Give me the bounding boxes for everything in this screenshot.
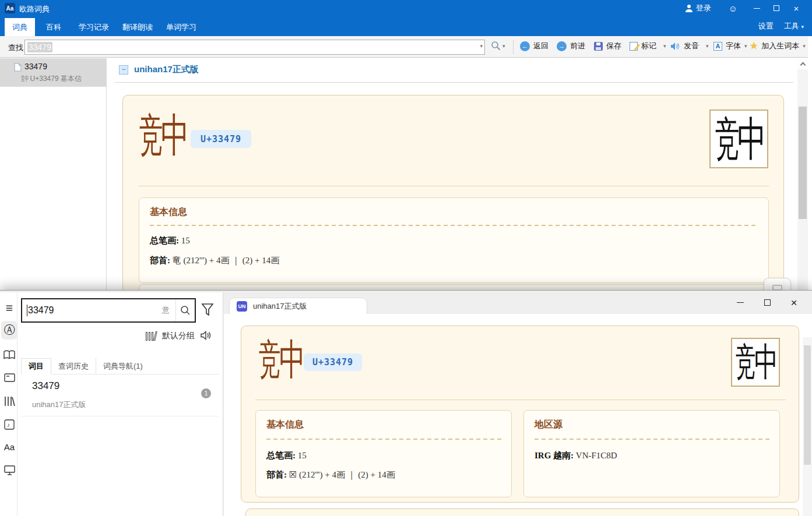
svg-text:♪: ♪ (7, 422, 10, 428)
tab-study-record[interactable]: 学习记录 (71, 18, 117, 36)
tab-lookup-history[interactable]: 查词历史 (51, 358, 96, 374)
group-label[interactable]: 默认分组 (162, 331, 195, 341)
login-button[interactable]: 登录 (677, 0, 719, 16)
search-mode-caret-icon[interactable]: ▾ (502, 43, 505, 49)
codepoint-badge: U+33479 (191, 130, 251, 148)
radical-label: 部首: (266, 470, 287, 479)
font-button[interactable]: A 字体 ▾ (713, 41, 747, 51)
menu-hamburger-icon[interactable]: ≡ (2, 301, 17, 316)
tools-menu[interactable]: 工具 ▾ (784, 21, 804, 31)
total-strokes-value: 15 (298, 451, 307, 460)
save-button[interactable]: 保存 (594, 41, 621, 51)
mini-minimize-button[interactable] (727, 293, 754, 312)
mark-icon (630, 42, 638, 51)
maximize-icon (774, 5, 779, 11)
total-strokes-row: 总笔画: 15 (150, 235, 190, 246)
mini-tab-label: unihan17正式版 (253, 301, 307, 312)
dictionary-language-badge[interactable]: 意 (162, 305, 170, 316)
tab-translate-read[interactable]: 翻译朗读 (115, 18, 160, 36)
mark-label: 标记 (641, 41, 656, 51)
result-count-badge: 1 (201, 388, 211, 398)
add-wordbook-button[interactable]: ★ 加入生词本 ▾ (750, 41, 806, 51)
bookshelf-icon[interactable] (2, 394, 17, 409)
close-icon: × (794, 4, 799, 13)
maximize-button[interactable] (767, 0, 786, 16)
filter-funnel-icon[interactable] (201, 303, 214, 317)
close-icon: × (790, 297, 797, 308)
mini-dictionary-tab[interactable]: UN unihan17正式版 (229, 298, 367, 314)
sidebar-result-item[interactable]: 33479 竞中 U+33479 基本信 (0, 58, 107, 87)
screen-capture-icon[interactable] (2, 462, 17, 478)
mini-content: 竞中 U+33479 竞中 基本信息 总笔画: 15 部首: ☒ (212'''… (224, 314, 812, 516)
card-divider (255, 400, 786, 400)
media-library-icon[interactable]: ♪ (2, 417, 17, 432)
tab-word-learning[interactable]: 单词学习 (159, 18, 204, 36)
tab-encyclopedia[interactable]: 百科 (38, 18, 69, 36)
mini-result-title: 33479 (32, 380, 59, 392)
font-caret-icon[interactable]: ▾ (744, 43, 747, 49)
app-logo-icon: Aa (5, 3, 15, 13)
chevron-up-icon (800, 62, 806, 68)
radical-value: ☒ (212''') + 4画 ｜ (2) + 14画 (289, 470, 395, 479)
tab-dictionary-nav[interactable]: 词典导航(1) (96, 358, 150, 374)
next-entry-card-edge (245, 508, 799, 516)
minimize-button[interactable] (747, 0, 767, 16)
document-icon (14, 63, 22, 72)
mini-scrollbar[interactable] (803, 337, 812, 516)
titlebar: Aa 欧路词典 登录 ☺ × (0, 0, 812, 16)
search-input-value: 33479 (27, 42, 52, 52)
pronounce-caret-icon[interactable]: ▾ (706, 43, 709, 49)
pronounce-button[interactable]: 发音 ▾ (670, 41, 709, 51)
basic-info-title: 基本信息 (150, 206, 187, 218)
heading-divider (115, 82, 793, 83)
back-button[interactable]: ← 返回 (520, 41, 549, 51)
scrollbar-thumb[interactable] (799, 107, 807, 219)
search-icon (180, 305, 191, 316)
tab-dictionary[interactable]: 词典 (5, 18, 35, 36)
search-input[interactable]: 33479 ▾ (24, 40, 485, 55)
scroll-up-button[interactable] (797, 58, 808, 69)
radical-row: 部首: 竜 (212''') + 4画 ｜ (2) + 14画 (150, 255, 279, 266)
maximize-icon (764, 299, 771, 306)
flashcard-icon[interactable] (2, 370, 17, 386)
search-dropdown-icon[interactable]: ▾ (480, 43, 483, 49)
add-wordbook-caret-icon[interactable]: ▾ (803, 43, 806, 49)
settings-menu[interactable]: 设置 (758, 21, 774, 31)
collapse-section-button[interactable]: − (119, 65, 128, 75)
minimize-icon (754, 8, 760, 9)
irg-vietnam-row: IRG 越南: VN-F1C8D (535, 450, 617, 461)
dashed-divider (266, 439, 502, 440)
mini-window: UN unihan17正式版 × ≡ Ⓐ ♪ Aa (0, 290, 812, 516)
main-scrollbar[interactable] (797, 58, 808, 290)
irg-vietnam-label: IRG 越南: (535, 451, 574, 460)
open-book-icon[interactable] (2, 347, 17, 362)
scrollbar-thumb[interactable] (804, 345, 811, 465)
group-shelf-icon[interactable] (146, 331, 156, 341)
mark-caret-icon[interactable]: ▾ (663, 43, 666, 49)
mini-close-button[interactable]: × (781, 293, 807, 312)
unihan-dictionary-icon: UN (237, 301, 247, 312)
search-icon (491, 41, 501, 51)
result-subtitle-text: U+33479 基本信 (30, 75, 82, 83)
font-size-icon[interactable]: Aa (2, 439, 17, 454)
save-label: 保存 (606, 41, 621, 51)
tools-label: 工具 (784, 22, 799, 30)
toolbar-separator (513, 40, 514, 54)
login-label: 登录 (696, 3, 711, 13)
mini-maximize-button[interactable] (754, 293, 781, 312)
search-button[interactable]: ▾ (491, 41, 505, 51)
total-strokes-row: 总笔画: 15 (266, 450, 307, 461)
mini-result-item[interactable]: 33479 unihan17正式版 1 (21, 374, 219, 416)
close-button[interactable]: × (786, 0, 806, 16)
feedback-smiley-icon[interactable]: ☺ (719, 3, 747, 13)
forward-button[interactable]: → 前进 (557, 41, 585, 51)
dashed-divider (150, 225, 758, 226)
tab-headwords[interactable]: 词目 (21, 358, 51, 374)
mini-search-button[interactable] (175, 299, 195, 321)
font-label: 字体 (726, 41, 741, 51)
mini-search-input[interactable]: 33479 意 (21, 298, 196, 323)
chevron-down-icon: ▾ (801, 24, 804, 30)
mark-button[interactable]: 标记 ▾ (630, 41, 666, 51)
auto-pronounce-button[interactable] (201, 331, 216, 342)
dictionary-name-heading[interactable]: unihan17正式版 (134, 64, 199, 75)
